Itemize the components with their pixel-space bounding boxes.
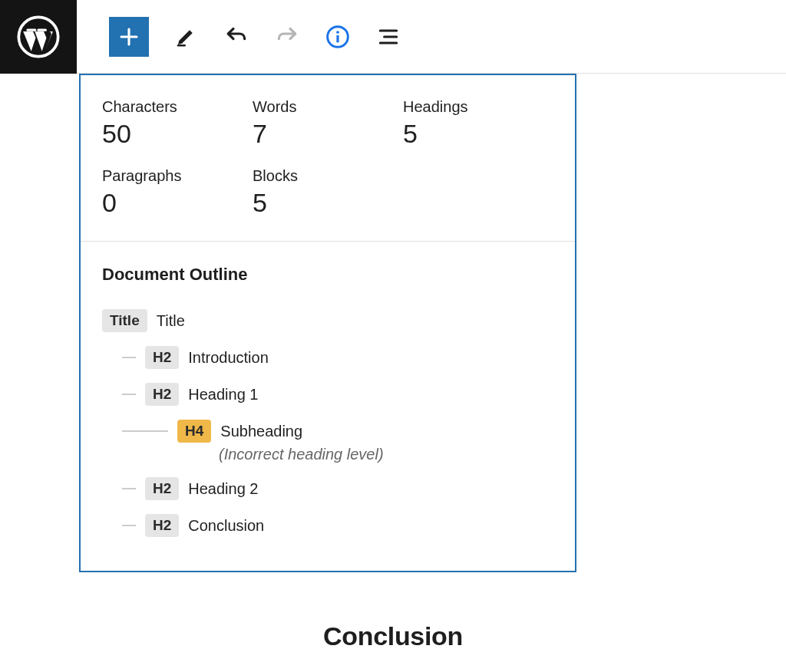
tree-connector-icon [122, 525, 136, 526]
level-badge: H2 [145, 477, 179, 500]
outline-title: Document Outline [102, 265, 553, 285]
redo-button[interactable] [273, 23, 301, 51]
level-badge: H2 [145, 383, 179, 406]
stat-label: Characters [102, 98, 253, 116]
info-button[interactable] [324, 23, 352, 51]
level-badge: Title [102, 309, 147, 332]
outline-item-h2[interactable]: H2 Heading 2 [122, 477, 553, 500]
outline-item-text: Introduction [188, 349, 269, 367]
outline-item-text: Conclusion [188, 517, 264, 535]
redo-icon [275, 25, 299, 49]
level-badge-warning: H4 [177, 420, 211, 443]
stat-paragraphs: Paragraphs 0 [102, 167, 253, 218]
svg-point-2 [336, 31, 339, 34]
stat-label: Paragraphs [102, 167, 253, 185]
stat-value: 0 [102, 188, 253, 218]
outline-item-title[interactable]: Title Title [102, 309, 553, 332]
outline-item-text: Heading 2 [188, 480, 258, 498]
plus-icon [117, 25, 140, 48]
stat-value: 50 [102, 119, 253, 149]
pencil-icon [174, 25, 197, 48]
outline-item-text: Title [157, 312, 185, 330]
toolbar-buttons [77, 17, 402, 57]
stat-value: 7 [253, 119, 403, 149]
tree-connector-icon [122, 488, 136, 489]
undo-icon [224, 25, 249, 49]
outline-item-text: Heading 1 [188, 386, 258, 404]
outline-item-h2[interactable]: H2 Conclusion [122, 514, 553, 537]
stat-label: Headings [403, 98, 553, 116]
tree-connector-icon [122, 357, 136, 358]
stat-characters: Characters 50 [102, 98, 253, 149]
list-view-button[interactable] [375, 23, 402, 51]
stat-value: 5 [403, 119, 553, 149]
stat-blocks: Blocks 5 [253, 167, 403, 218]
undo-button[interactable] [223, 23, 250, 51]
stat-words: Words 7 [253, 98, 403, 149]
stat-label: Words [253, 98, 403, 116]
document-stats: Characters 50 Words 7 Headings 5 Paragra… [81, 75, 575, 242]
tree-connector-icon [122, 394, 136, 395]
editor-content-heading[interactable]: Conclusion [0, 621, 786, 651]
editor-toolbar [0, 0, 786, 74]
wordpress-logo[interactable] [0, 0, 77, 74]
stat-value: 5 [253, 188, 403, 218]
level-badge: H2 [145, 514, 179, 537]
tree-connector-icon [122, 430, 168, 432]
svg-rect-3 [336, 35, 339, 42]
wordpress-icon [17, 15, 60, 58]
document-outline: Document Outline Title Title H2 Introduc… [81, 242, 575, 571]
outline-item-h2[interactable]: H2 Introduction [122, 346, 553, 369]
outline-items: Title Title H2 Introduction H2 Heading 1… [102, 309, 553, 537]
level-badge: H2 [145, 346, 179, 369]
outline-item-h2[interactable]: H2 Heading 1 [122, 383, 553, 406]
stat-headings: Headings 5 [403, 98, 553, 149]
outline-item-h4-warn[interactable]: H4 Subheading (Incorrect heading level) [102, 420, 553, 463]
document-info-popover: Characters 50 Words 7 Headings 5 Paragra… [79, 74, 576, 572]
outline-list-icon [376, 25, 401, 49]
stat-label: Blocks [253, 167, 403, 185]
outline-item-text: Subheading [220, 423, 302, 440]
add-block-button[interactable] [109, 17, 149, 57]
outline-warning-note: (Incorrect heading level) [219, 446, 553, 463]
edit-mode-button[interactable] [172, 23, 200, 51]
info-icon [325, 25, 350, 49]
